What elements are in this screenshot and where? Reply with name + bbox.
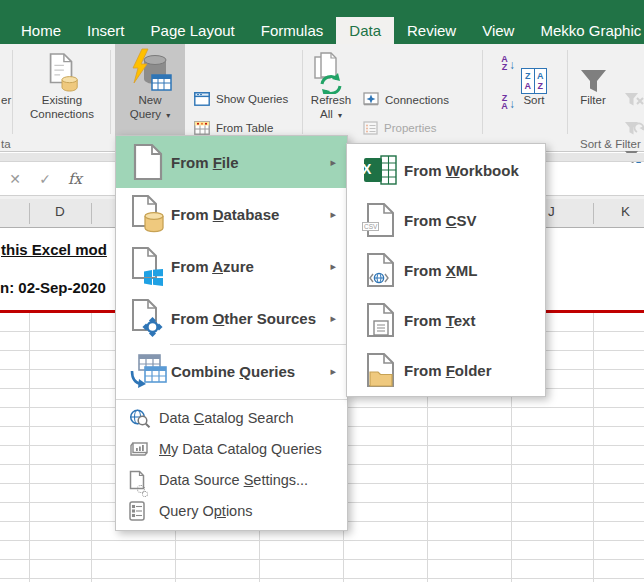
menu-item-query-options[interactable]: Query Options bbox=[116, 495, 347, 526]
tab-home[interactable]: Home bbox=[8, 17, 74, 44]
xml-file-icon bbox=[358, 252, 404, 288]
header-divider bbox=[91, 203, 92, 224]
menu-item-from-database[interactable]: From Database ▸ bbox=[116, 188, 347, 240]
table-icon bbox=[194, 121, 210, 135]
csv-file-icon: CSV bbox=[358, 202, 404, 238]
menu-item-my-data-catalog-queries[interactable]: My Data Catalog Queries bbox=[116, 433, 347, 464]
button-label: All ▾ bbox=[320, 108, 342, 123]
submenu-item-from-workbook[interactable]: X From Workbook bbox=[347, 145, 545, 195]
clear-filter-icon bbox=[624, 92, 644, 108]
tab-page-layout[interactable]: Page Layout bbox=[138, 17, 248, 44]
show-queries-button[interactable]: Show Queries bbox=[194, 92, 288, 106]
submenu-arrow-icon: ▸ bbox=[330, 312, 336, 325]
header-divider bbox=[593, 203, 594, 224]
button-label: Existing bbox=[42, 94, 82, 108]
submenu-arrow-icon: ▸ bbox=[330, 260, 336, 273]
source-settings-icon bbox=[129, 470, 159, 490]
reapply-filter-icon bbox=[624, 121, 644, 137]
submenu-arrow-icon: ▸ bbox=[330, 208, 336, 221]
sort-dialog-icon: ZA AZ bbox=[521, 44, 547, 94]
submenu-arrow-icon: ▸ bbox=[330, 156, 336, 169]
menu-item-data-catalog-search[interactable]: Data Catalog Search bbox=[116, 402, 347, 433]
column-header-k[interactable]: K bbox=[621, 204, 630, 219]
excel-workbook-icon: X bbox=[358, 154, 404, 186]
queries-pane-icon bbox=[194, 92, 210, 106]
group-separator bbox=[12, 50, 13, 134]
group-separator bbox=[482, 50, 483, 134]
folder-file-icon bbox=[358, 352, 404, 388]
submenu-item-from-csv[interactable]: CSV From CSV bbox=[347, 195, 545, 245]
tab-formulas[interactable]: Formulas bbox=[248, 17, 337, 44]
filter-clear-button bbox=[624, 92, 644, 108]
tab-data[interactable]: Data bbox=[336, 17, 394, 44]
properties-icon bbox=[363, 121, 378, 135]
tab-view[interactable]: View bbox=[469, 17, 527, 44]
text-file-icon bbox=[358, 302, 404, 338]
group-separator bbox=[567, 50, 568, 134]
combine-tables-icon bbox=[125, 353, 171, 389]
title-bar bbox=[0, 0, 644, 17]
button-label: Connections bbox=[30, 108, 94, 122]
clipped-button-label: er bbox=[1, 94, 11, 106]
connections-button[interactable]: Connections bbox=[363, 92, 449, 107]
ribbon-tab-bar: Home Insert Page Layout Formulas Data Re… bbox=[0, 17, 644, 44]
sort-button[interactable]: ZA AZ Sort bbox=[513, 44, 555, 135]
cancel-icon[interactable]: ✕ bbox=[0, 171, 30, 187]
button-label: New bbox=[138, 94, 161, 108]
connections-icon bbox=[363, 92, 379, 107]
excel-window: Home Insert Page Layout Formulas Data Re… bbox=[0, 0, 644, 582]
cell-text: this Excel mod bbox=[1, 241, 107, 258]
column-header-j[interactable]: J bbox=[548, 204, 555, 219]
tab-review[interactable]: Review bbox=[394, 17, 469, 44]
enter-icon[interactable]: ✓ bbox=[30, 171, 60, 187]
grid-line bbox=[29, 313, 30, 582]
menu-item-from-other-sources[interactable]: From Other Sources ▸ bbox=[116, 292, 347, 344]
from-file-submenu: X From Workbook CSV From CSV bbox=[346, 143, 546, 397]
tab-insert[interactable]: Insert bbox=[74, 17, 138, 44]
existing-connections-button[interactable]: Existing Connections bbox=[18, 44, 106, 135]
lightning-database-table-icon bbox=[128, 44, 172, 94]
button-label: Sort bbox=[523, 94, 544, 108]
filter-reapply-button bbox=[624, 121, 644, 137]
cell-text: n: 02-Sep-2020 bbox=[0, 279, 106, 296]
dropdown-caret-icon: ▾ bbox=[338, 111, 342, 120]
insert-function-icon[interactable]: fx bbox=[60, 170, 90, 188]
document-database-icon bbox=[43, 44, 81, 94]
submenu-item-from-xml[interactable]: From XML bbox=[347, 245, 545, 295]
properties-button: Properties bbox=[363, 121, 436, 135]
group-separator bbox=[110, 50, 111, 134]
grid-line bbox=[593, 313, 594, 582]
group-separator bbox=[302, 50, 303, 134]
button-label: Properties bbox=[384, 122, 436, 134]
dropdown-caret-icon: ▾ bbox=[166, 111, 170, 120]
new-query-button[interactable]: New Query ▾ bbox=[115, 44, 185, 135]
new-query-menu: From File ▸ From Database ▸ bbox=[115, 135, 348, 531]
menu-separator bbox=[116, 399, 347, 400]
filter-funnel-icon bbox=[580, 44, 607, 94]
menu-item-from-file[interactable]: From File ▸ bbox=[116, 136, 347, 188]
button-label: From Table bbox=[216, 122, 273, 134]
menu-item-data-source-settings[interactable]: Data Source Settings... bbox=[116, 464, 347, 495]
button-label: Show Queries bbox=[216, 93, 288, 105]
file-icon bbox=[125, 143, 171, 181]
tab-mekko-graphic[interactable]: Mekko Graphic bbox=[527, 17, 644, 44]
refresh-documents-icon bbox=[313, 44, 349, 94]
submenu-item-from-folder[interactable]: From Folder bbox=[347, 345, 545, 395]
filter-button[interactable]: Filter bbox=[572, 44, 614, 135]
column-header-d[interactable]: D bbox=[55, 204, 65, 219]
menu-item-from-azure[interactable]: From Azure ▸ bbox=[116, 240, 347, 292]
azure-windows-icon bbox=[125, 246, 171, 286]
button-label: Filter bbox=[580, 94, 606, 108]
refresh-all-button[interactable]: Refresh All ▾ bbox=[305, 44, 357, 135]
options-list-icon bbox=[129, 501, 159, 521]
menu-item-combine-queries[interactable]: Combine Queries ▸ bbox=[116, 345, 347, 397]
catalog-queries-icon bbox=[129, 440, 159, 458]
globe-search-icon bbox=[129, 408, 159, 428]
button-label: Connections bbox=[385, 94, 449, 106]
grid-line bbox=[91, 313, 92, 582]
submenu-item-from-text[interactable]: From Text bbox=[347, 295, 545, 345]
group-label-fragment: ta bbox=[1, 138, 11, 150]
header-divider bbox=[29, 203, 30, 224]
from-table-button[interactable]: From Table bbox=[194, 121, 273, 135]
other-sources-icon bbox=[125, 298, 171, 338]
